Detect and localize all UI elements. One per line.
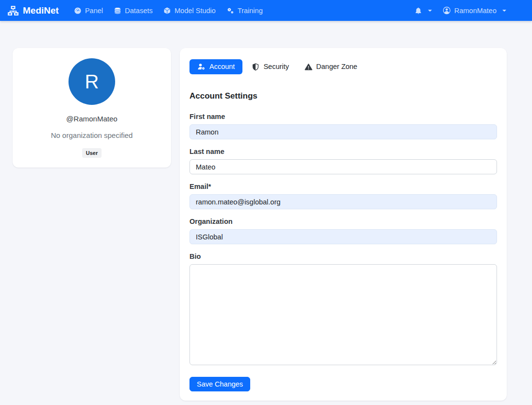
page-title: Account Settings [189, 91, 497, 101]
bell-icon [414, 7, 422, 15]
warning-triangle-icon [305, 63, 312, 71]
user-menu-label: RamonMateo [454, 7, 497, 15]
avatar-initial: R [85, 71, 99, 93]
role-badge: User [82, 148, 102, 158]
top-navbar: MediNet Panel Datasets [0, 0, 532, 21]
brand-link[interactable]: MediNet [8, 5, 59, 16]
first-name-label: First name [189, 113, 497, 120]
bio-group: Bio [189, 253, 497, 365]
nav-item-label: Training [238, 7, 263, 15]
nav-item-label: Model Studio [174, 7, 216, 15]
navbar-right: RamonMateo [409, 0, 512, 21]
nav-item-model-studio[interactable]: Model Studio [158, 0, 221, 21]
profile-username: @RamonMateo [20, 115, 163, 123]
last-name-group: Last name [189, 148, 497, 174]
tab-danger-zone[interactable]: Danger Zone [298, 59, 364, 74]
save-changes-button[interactable]: Save Changes [189, 377, 250, 391]
brand-label: MediNet [23, 5, 59, 16]
tab-label: Danger Zone [316, 63, 358, 71]
profile-organization-status: No organization specified [20, 131, 163, 139]
organization-group: Organization [189, 218, 497, 244]
gears-icon [226, 7, 234, 15]
person-circle-icon [443, 6, 451, 15]
tab-label: Account [209, 63, 235, 71]
notifications-dropdown[interactable] [409, 0, 437, 21]
last-name-label: Last name [189, 148, 497, 155]
tab-account[interactable]: Account [189, 59, 242, 74]
page-content: R @RamonMateo No organization specified … [0, 21, 532, 401]
tab-label: Security [263, 63, 289, 71]
speedometer-icon [74, 7, 82, 15]
diagram-icon [8, 5, 18, 16]
settings-tabs: Account Security [189, 59, 497, 74]
tab-security[interactable]: Security [245, 59, 295, 74]
nav-item-datasets[interactable]: Datasets [108, 0, 158, 21]
organization-label: Organization [189, 218, 497, 225]
person-gear-icon [197, 63, 206, 71]
avatar: R [69, 58, 115, 105]
nav-item-label: Panel [85, 7, 103, 15]
profile-card: R @RamonMateo No organization specified … [13, 48, 171, 168]
first-name-field[interactable] [189, 124, 497, 139]
user-menu-dropdown[interactable]: RamonMateo [437, 0, 512, 21]
organization-field[interactable] [189, 229, 497, 244]
settings-card: Account Security [180, 48, 507, 401]
nav-item-label: Datasets [125, 7, 153, 15]
shield-icon [252, 63, 259, 71]
email-group: Email* [189, 183, 497, 209]
cube-icon [163, 7, 171, 15]
first-name-group: First name [189, 113, 497, 139]
bio-label: Bio [189, 253, 497, 260]
bio-field[interactable] [189, 264, 497, 365]
nav-item-panel[interactable]: Panel [69, 0, 108, 21]
chevron-down-icon [428, 10, 432, 14]
email-label: Email* [189, 183, 497, 190]
email-field[interactable] [189, 194, 497, 209]
chevron-down-icon [502, 10, 506, 14]
last-name-field[interactable] [189, 159, 497, 174]
database-icon [114, 7, 121, 15]
nav-item-training[interactable]: Training [221, 0, 268, 21]
